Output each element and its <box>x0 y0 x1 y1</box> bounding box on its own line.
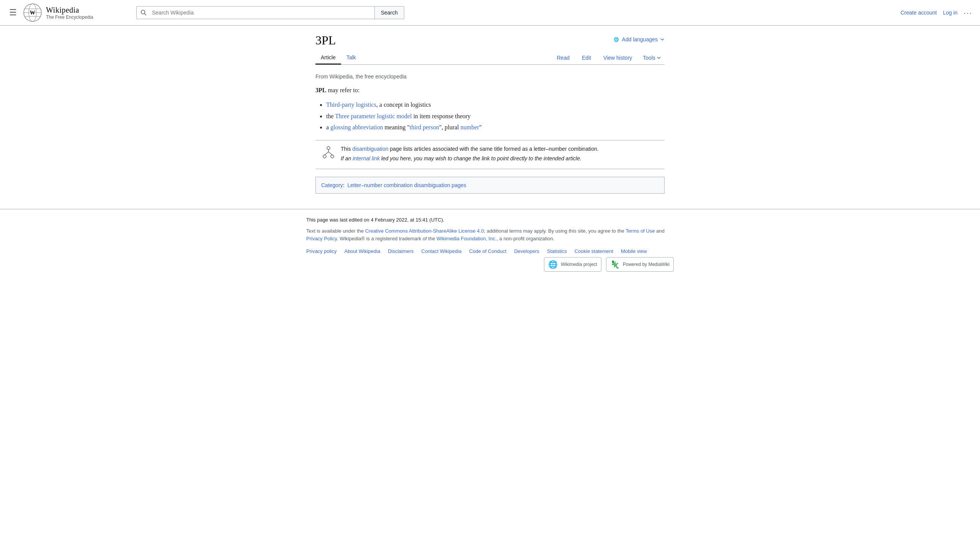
category-box: Category: Letter–number combination disa… <box>315 177 665 194</box>
footer-last-edited: This page was last edited on 4 February … <box>306 217 674 223</box>
tab-tools[interactable]: Tools <box>639 51 665 64</box>
translate-icon: 🌐 <box>614 36 620 42</box>
footer-link-statistics[interactable]: Statistics <box>547 248 567 254</box>
fork-icon <box>322 146 335 160</box>
footer-license-mid: ; additional terms may apply. By using t… <box>484 228 626 234</box>
site-header: ☰ W Wikipedia The Free Encyclopedia <box>0 0 980 26</box>
more-options-button[interactable]: ··· <box>964 8 972 17</box>
disambiguation-link[interactable]: disambiguation <box>352 146 388 152</box>
category-item-link[interactable]: Letter–number combination disambiguation… <box>347 182 466 188</box>
logo-link[interactable]: W Wikipedia The Free Encyclopedia <box>23 3 93 22</box>
tabs-bar: Article Talk Read Edit View history Tool… <box>315 51 665 65</box>
footer-link-cookie[interactable]: Cookie statement <box>575 248 613 254</box>
menu-icon[interactable]: ☰ <box>8 6 18 19</box>
list-item: a glossing abbreviation meaning "third p… <box>326 122 665 132</box>
mediawiki-icon: 🦎 <box>610 260 620 269</box>
footer-link-disclaimers[interactable]: Disclaimers <box>388 248 413 254</box>
article-intro: 3PL may refer to: <box>315 85 665 95</box>
logo-subtitle: The Free Encyclopedia <box>46 15 93 20</box>
footer-logos: 🌐 Wikimedia project 🦎 Powered by MediaWi… <box>544 257 674 272</box>
tabs-right: Read Edit View history Tools <box>552 51 665 64</box>
search-icon <box>137 7 150 19</box>
tab-talk[interactable]: Talk <box>341 51 361 65</box>
footer-link-privacy[interactable]: Privacy policy <box>306 248 336 254</box>
terms-of-use-link[interactable]: Terms of Use <box>626 228 655 234</box>
logo-title: Wikipedia <box>46 6 93 15</box>
footer-link-contact[interactable]: Contact Wikipedia <box>421 248 462 254</box>
add-languages-button[interactable]: 🌐 Add languages <box>614 36 665 42</box>
disambiguation-text: This disambiguation page lists articles … <box>341 145 599 164</box>
footer-link-about[interactable]: About Wikipedia <box>344 248 380 254</box>
wikipedia-globe-icon: W <box>23 3 42 22</box>
disambiguation-icon <box>322 146 335 160</box>
article-list: Third-party logistics, a concept in logi… <box>326 100 665 132</box>
tools-chevron-down-icon <box>657 56 661 60</box>
svg-text:W: W <box>30 10 35 16</box>
svg-point-10 <box>323 155 326 158</box>
mediawiki-label: Powered by MediaWiki <box>623 262 670 267</box>
footer-link-mobile[interactable]: Mobile view <box>621 248 647 254</box>
footer-license: Text is available under the Creative Com… <box>306 227 674 242</box>
tab-edit[interactable]: Edit <box>577 51 596 64</box>
wikimedia-label: Wikimedia project <box>561 262 597 267</box>
svg-line-14 <box>328 152 332 155</box>
number-link[interactable]: number <box>461 124 479 130</box>
disambig-note-text: If an internal link led you here, you ma… <box>341 155 599 163</box>
page-title-row: 3PL 🌐 Add languages <box>315 33 665 47</box>
search-button[interactable]: Search <box>375 6 404 19</box>
list-item: Third-party logistics, a concept in logi… <box>326 100 665 110</box>
footer-license-end2: , a non-profit organization. <box>497 236 554 241</box>
footer-links: Privacy policy About Wikipedia Disclaime… <box>306 248 674 272</box>
header-right: Create account Log in ··· <box>900 8 972 17</box>
privacy-policy-link[interactable]: Privacy Policy <box>306 236 337 241</box>
header-left: ☰ W Wikipedia The Free Encyclopedia <box>8 3 130 22</box>
site-footer: This page was last edited on 4 February … <box>0 209 980 279</box>
tab-view-history[interactable]: View history <box>598 51 637 64</box>
internal-link-link[interactable]: internal link <box>353 155 380 161</box>
tab-read[interactable]: Read <box>552 51 575 64</box>
third-person-link[interactable]: third person <box>410 124 439 130</box>
logo-text: Wikipedia The Free Encyclopedia <box>46 6 93 20</box>
cc-license-link[interactable]: Creative Commons Attribution-ShareAlike … <box>365 228 484 234</box>
page-title: 3PL <box>315 33 336 47</box>
disambig-main-text: This disambiguation page lists articles … <box>341 145 599 153</box>
footer-link-developers[interactable]: Developers <box>514 248 539 254</box>
add-languages-label: Add languages <box>622 36 658 42</box>
svg-line-13 <box>325 152 328 155</box>
from-wikipedia-text: From Wikipedia, the free encyclopedia <box>315 72 665 81</box>
footer-license-text: Text is available under the <box>306 228 365 234</box>
category-label-link[interactable]: Category <box>321 182 343 188</box>
three-parameter-logistic-link[interactable]: Three parameter logistic model <box>335 113 412 119</box>
third-party-logistics-link[interactable]: Third-party logistics <box>326 101 376 108</box>
create-account-link[interactable]: Create account <box>900 10 937 16</box>
svg-text:🌐: 🌐 <box>614 37 619 42</box>
svg-line-7 <box>145 14 146 15</box>
tabs-left: Article Talk <box>315 51 361 64</box>
content-area: 3PL 🌐 Add languages Article Talk Read Ed… <box>306 26 674 209</box>
list-item: the Three parameter logistic model in it… <box>326 111 665 121</box>
search-input[interactable] <box>150 7 374 19</box>
footer-link-conduct[interactable]: Code of Conduct <box>469 248 506 254</box>
footer-and: and <box>655 228 665 234</box>
tools-label: Tools <box>643 55 655 61</box>
svg-point-11 <box>331 155 334 158</box>
article-bold-term: 3PL <box>315 87 326 93</box>
search-form: Search <box>136 6 404 19</box>
article-intro-rest: may refer to: <box>328 87 359 93</box>
footer-license-end: . Wikipedia® is a registered trademark o… <box>337 236 436 241</box>
mediawiki-badge: 🦎 Powered by MediaWiki <box>606 257 674 272</box>
log-in-link[interactable]: Log in <box>943 10 957 16</box>
disambiguation-box: This disambiguation page lists articles … <box>315 140 665 169</box>
wmf-link[interactable]: Wikimedia Foundation, Inc. <box>436 236 497 241</box>
chevron-down-icon <box>660 37 665 42</box>
search-input-wrap <box>136 6 375 19</box>
glossing-abbreviation-link[interactable]: glossing abbreviation <box>330 124 383 130</box>
wikimedia-badge: 🌐 Wikimedia project <box>544 257 601 272</box>
footer-main: This page was last edited on 4 February … <box>306 217 674 272</box>
svg-point-9 <box>327 147 330 150</box>
wikimedia-icon: 🌐 <box>548 260 558 269</box>
tab-article[interactable]: Article <box>315 51 341 65</box>
article-body: From Wikipedia, the free encyclopedia 3P… <box>315 72 665 194</box>
